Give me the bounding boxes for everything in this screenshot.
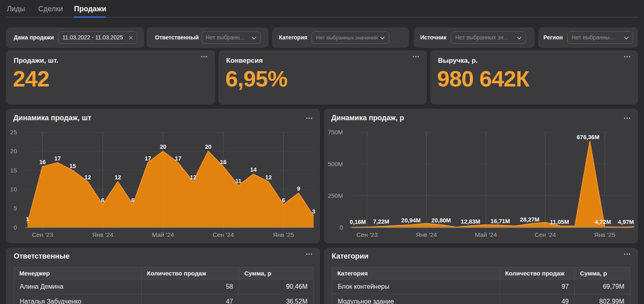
svg-text:5: 5 bbox=[14, 205, 17, 212]
svg-text:20,94М: 20,94М bbox=[401, 217, 421, 224]
svg-text:14: 14 bbox=[250, 166, 256, 173]
svg-text:0,16М: 0,16М bbox=[350, 219, 366, 225]
svg-text:0: 0 bbox=[340, 224, 343, 231]
svg-text:17: 17 bbox=[145, 155, 151, 162]
svg-text:11,05М: 11,05М bbox=[550, 219, 569, 225]
svg-text:500M: 500M bbox=[328, 160, 343, 167]
svg-text:25: 25 bbox=[10, 129, 17, 136]
svg-text:7,22М: 7,22М bbox=[373, 218, 389, 225]
svg-text:4,97М: 4,97М bbox=[618, 219, 634, 225]
svg-text:20: 20 bbox=[10, 148, 17, 154]
svg-text:11: 11 bbox=[235, 178, 241, 184]
svg-text:Сен '24: Сен '24 bbox=[535, 231, 556, 238]
svg-text:Май '24: Май '24 bbox=[475, 231, 497, 238]
svg-text:20,80М: 20,80М bbox=[431, 217, 451, 224]
svg-text:4,72М: 4,72М bbox=[595, 219, 611, 225]
svg-text:17: 17 bbox=[175, 155, 181, 162]
svg-text:6: 6 bbox=[131, 197, 134, 203]
svg-text:Сен '23: Сен '23 bbox=[32, 231, 53, 238]
svg-text:12,83М: 12,83М bbox=[461, 218, 480, 225]
svg-text:Янв '24: Янв '24 bbox=[92, 231, 114, 238]
svg-text:Янв '25: Янв '25 bbox=[594, 231, 615, 238]
svg-text:Янв '25: Янв '25 bbox=[273, 231, 294, 238]
svg-text:16,71М: 16,71М bbox=[491, 218, 510, 224]
svg-text:Сен '23: Сен '23 bbox=[356, 231, 378, 238]
svg-text:1: 1 bbox=[26, 216, 29, 222]
svg-text:Янв '24: Янв '24 bbox=[416, 231, 437, 238]
svg-text:15: 15 bbox=[69, 163, 76, 169]
svg-text:6: 6 bbox=[101, 197, 104, 203]
svg-text:676,36М: 676,36М bbox=[577, 134, 599, 140]
svg-text:0: 0 bbox=[14, 224, 17, 231]
svg-text:16: 16 bbox=[220, 159, 227, 165]
svg-text:6: 6 bbox=[282, 197, 285, 203]
svg-text:3: 3 bbox=[312, 208, 315, 215]
svg-text:9: 9 bbox=[297, 185, 300, 192]
svg-text:12: 12 bbox=[115, 174, 121, 181]
svg-text:10: 10 bbox=[10, 186, 17, 193]
svg-text:Май '24: Май '24 bbox=[152, 231, 174, 238]
svg-text:16: 16 bbox=[39, 159, 46, 165]
svg-text:12: 12 bbox=[265, 174, 272, 181]
svg-text:15: 15 bbox=[10, 167, 17, 174]
svg-text:28,27М: 28,27М bbox=[520, 216, 539, 223]
svg-text:750M: 750M bbox=[328, 129, 343, 136]
svg-text:20: 20 bbox=[160, 144, 166, 150]
svg-text:Сен '24: Сен '24 bbox=[213, 231, 234, 238]
svg-text:20: 20 bbox=[205, 144, 211, 150]
svg-text:17: 17 bbox=[54, 155, 61, 162]
svg-text:12: 12 bbox=[85, 174, 91, 181]
svg-text:12: 12 bbox=[190, 174, 196, 181]
svg-text:250M: 250M bbox=[328, 192, 343, 199]
